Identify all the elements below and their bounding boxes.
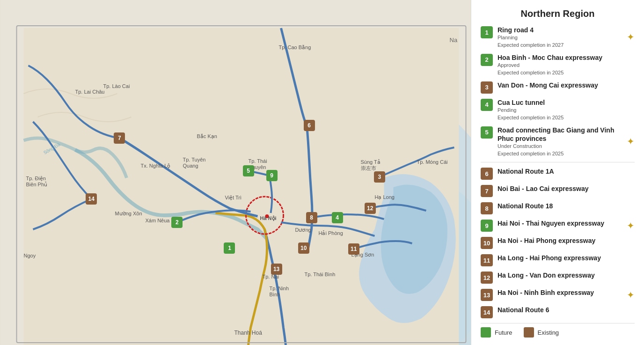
badge-12: 12	[481, 272, 493, 284]
legend-item-10: 10Ha Noi - Hai Phong expressway	[481, 236, 635, 249]
badge-3: 3	[481, 81, 493, 94]
legend-item-7: 7Noi Bai - Lao Cai expressway	[481, 184, 635, 197]
item-text-3: Van Don - Mong Cai expressway	[498, 81, 635, 89]
badge-7: 7	[481, 185, 493, 197]
item-name-6: National Route 1A	[498, 167, 635, 176]
item-text-1: Ring road 4Planning Expected completion …	[498, 26, 624, 49]
item-text-10: Ha Noi - Hai Phong expressway	[498, 236, 635, 245]
items-container: 1Ring road 4Planning Expected completion…	[481, 26, 635, 318]
item-name-14: National Route 6	[498, 306, 635, 314]
legend-item-3: 3Van Don - Mong Cai expressway	[481, 81, 635, 94]
legend-item-14: 14National Route 6	[481, 306, 635, 318]
item-sub-2: Approved Expected completion in 2025	[498, 62, 635, 76]
divider	[481, 162, 635, 162]
existing-label: Existing	[538, 329, 559, 336]
map-marker-9: 9	[266, 170, 278, 181]
map-marker-11: 11	[348, 243, 359, 255]
item-name-7: Noi Bai - Lao Cai expressway	[498, 184, 635, 193]
map-marker-1: 1	[224, 242, 235, 254]
item-text-11: Ha Long - Hai Phong expressway	[498, 254, 635, 262]
map-marker-14: 14	[86, 193, 97, 205]
badge-13: 13	[481, 289, 493, 301]
item-name-11: Ha Long - Hai Phong expressway	[498, 254, 635, 262]
map-marker-13: 13	[271, 264, 282, 275]
legend-item-12: 12Ha Long - Van Don expressway	[481, 271, 635, 284]
legend-item-6: 6National Route 1A	[481, 167, 635, 180]
item-name-9: Hai Noi - Thai Nguyen expressway	[498, 219, 624, 228]
item-text-14: National Route 6	[498, 306, 635, 314]
badge-14: 14	[481, 306, 493, 318]
item-text-2: Hoa Binh - Moc Chau expresswayApproved E…	[498, 53, 635, 76]
existing-swatch	[524, 327, 534, 338]
legend-panel: Northern Region 1Ring road 4Planning Exp…	[471, 0, 644, 345]
item-text-9: Hai Noi - Thai Nguyen expressway	[498, 219, 624, 228]
item-name-1: Ring road 4	[498, 26, 624, 34]
legend-item-2: 2Hoa Binh - Moc Chau expresswayApproved …	[481, 53, 635, 76]
item-text-6: National Route 1A	[498, 167, 635, 176]
future-swatch	[481, 327, 491, 338]
item-name-4: Cua Luc tunnel	[498, 98, 635, 107]
item-sub-5: Under Construction Expected completion i…	[498, 143, 624, 157]
item-text-4: Cua Luc tunnelPending Expected completio…	[498, 98, 635, 121]
item-name-12: Ha Long - Van Don expressway	[498, 271, 635, 279]
future-label: Future	[495, 329, 512, 336]
map-area: Tp. Lai Châu Tp. Lào Cai Tp. Cao Bằng Tp…	[0, 0, 471, 345]
badge-2: 2	[481, 54, 493, 66]
badge-5: 5	[481, 126, 493, 139]
item-sub-4: Pending Expected completion in 2025	[498, 107, 635, 121]
item-name-13: Ha Noi - Ninh Binh expressway	[498, 288, 624, 297]
map-marker-5: 5	[243, 165, 254, 176]
legend-item-11: 11Ha Long - Hai Phong expressway	[481, 254, 635, 266]
item-text-8: National Route 18	[498, 202, 635, 210]
star-icon-13: ✦	[627, 289, 635, 301]
item-text-7: Noi Bai - Lao Cai expressway	[498, 184, 635, 193]
panel-title: Northern Region	[481, 8, 635, 19]
item-name-2: Hoa Binh - Moc Chau expressway	[498, 53, 635, 62]
item-text-5: Road connecting Bac Giang and Vinh Phuc …	[498, 126, 624, 157]
map-marker-8: 8	[306, 212, 317, 223]
badge-10: 10	[481, 237, 493, 249]
legend-item-8: 8National Route 18	[481, 202, 635, 214]
existing-legend: Existing	[524, 327, 559, 338]
item-name-3: Van Don - Mong Cai expressway	[498, 81, 635, 89]
item-name-5: Road connecting Bac Giang and Vinh Phuc …	[498, 126, 624, 143]
star-icon-1: ✦	[627, 31, 635, 43]
item-sub-1: Planning Expected completion in 2027	[498, 34, 624, 49]
badge-4: 4	[481, 99, 493, 111]
map-marker-6: 6	[304, 120, 315, 131]
badge-11: 11	[481, 254, 493, 266]
future-legend: Future	[481, 327, 512, 338]
legend-item-9: 9Hai Noi - Thai Nguyen expressway✦	[481, 219, 635, 232]
badge-8: 8	[481, 202, 493, 214]
item-name-8: National Route 18	[498, 202, 635, 210]
legend-item-5: 5Road connecting Bac Giang and Vinh Phuc…	[481, 126, 635, 157]
map-marker-10: 10	[298, 242, 309, 254]
legend-bottom: Future Existing	[481, 323, 635, 338]
badge-9: 9	[481, 220, 493, 232]
star-icon-9: ✦	[627, 220, 635, 231]
item-text-12: Ha Long - Van Don expressway	[498, 271, 635, 279]
map-marker-12: 12	[365, 203, 376, 214]
item-text-13: Ha Noi - Ninh Binh expressway	[498, 288, 624, 297]
legend-item-4: 4Cua Luc tunnelPending Expected completi…	[481, 98, 635, 121]
map-marker-4: 4	[332, 212, 343, 223]
map-marker-7: 7	[114, 132, 125, 144]
star-icon-5: ✦	[627, 136, 635, 147]
map-marker-3: 3	[374, 171, 385, 183]
badge-1: 1	[481, 26, 493, 38]
badge-6: 6	[481, 168, 493, 180]
legend-item-13: 13Ha Noi - Ninh Binh expressway✦	[481, 288, 635, 301]
map-marker-2: 2	[171, 217, 183, 228]
legend-item-1: 1Ring road 4Planning Expected completion…	[481, 26, 635, 49]
item-name-10: Ha Noi - Hai Phong expressway	[498, 236, 635, 245]
